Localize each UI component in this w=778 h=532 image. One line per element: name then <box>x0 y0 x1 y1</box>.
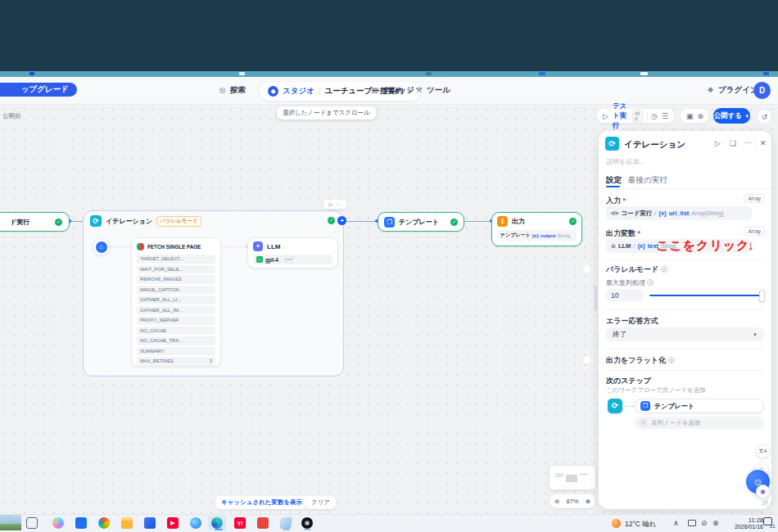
env-variables-icon[interactable]: ▣ <box>686 112 694 120</box>
chat-mode-badge: CHAT <box>281 256 296 263</box>
node-field: REMOVE_IMAGES <box>137 275 215 284</box>
nav-explore[interactable]: ◎ 探索 <box>218 82 246 98</box>
mute-icon[interactable]: ⊗ <box>712 519 719 527</box>
more-icon[interactable]: ⋯ <box>336 201 341 207</box>
node-field: MAX_RETRIES3 <box>137 357 215 366</box>
zoom-out-icon[interactable]: ⊖ <box>554 498 559 505</box>
checklist-icon[interactable]: ☰ <box>662 112 668 120</box>
scroll-to-node-tooltip: 選択したノードまでスクロール <box>277 106 376 119</box>
microsoft-store-icon[interactable] <box>75 517 87 529</box>
nav-tools[interactable]: ⚒ ツール <box>414 82 450 98</box>
yahoo-japan-icon[interactable]: Y! <box>234 517 246 529</box>
tab-settings[interactable]: 設定 <box>606 175 622 186</box>
variables-toolbar: ▣ ⊗ <box>680 108 709 124</box>
zoom-in-icon[interactable]: ⊕ <box>586 498 590 505</box>
panel-drag-handle[interactable] <box>595 286 597 311</box>
assistant-avatar-icon[interactable]: ◉ <box>756 485 770 498</box>
nav-studio[interactable]: スタジオ <box>283 86 314 97</box>
edge <box>464 221 492 222</box>
panel-resize-handle[interactable] <box>762 500 768 506</box>
type-badge: Array <box>744 227 765 236</box>
user-avatar[interactable]: D <box>753 82 771 99</box>
llm-node-icon: ⊛ <box>611 243 616 250</box>
description-placeholder[interactable]: 説明を追加... <box>606 157 645 166</box>
input-variable-selector[interactable]: </> コード実行 / {x} url_list Array[String] <box>606 206 752 220</box>
minimap[interactable] <box>550 466 595 489</box>
next-node-card[interactable]: ❐ テンプレート <box>635 399 764 413</box>
add-parallel-node-button[interactable]: + 並列ノードを追加 <box>635 417 764 429</box>
widgets-weather-thumbnail[interactable] <box>0 515 21 530</box>
youtube-icon[interactable]: ▶ <box>167 517 179 529</box>
iteration-header[interactable]: ⟳ イテレーション パラレルモード <box>90 215 201 227</box>
blue-app-icon[interactable] <box>144 517 156 529</box>
node-iteration-start[interactable]: ⌂ <box>93 238 110 255</box>
error-method-select[interactable]: 終了 ▼ <box>606 327 764 341</box>
success-icon: ✓ <box>55 219 62 226</box>
copilot-icon[interactable] <box>52 517 64 529</box>
node-fetch-single-page[interactable]: FETCH SINGLE PAGE TARGET_SELECT... WAIT_… <box>131 237 221 367</box>
conversation-variables-icon[interactable]: ⊗ <box>698 112 704 120</box>
iteration-hover-toolbar[interactable]: ▷ ⋯ <box>323 200 346 209</box>
file-explorer-icon[interactable] <box>121 517 133 529</box>
browser-swirl-icon[interactable] <box>190 517 201 529</box>
photos-icon[interactable] <box>98 517 110 529</box>
parallel-mode-badge: パラレルモード <box>156 216 201 227</box>
version-history-button[interactable]: ↺ <box>757 109 772 124</box>
tray-chevron-up-icon[interactable]: ∧ <box>673 519 679 527</box>
edge-icon[interactable] <box>211 517 223 529</box>
zoom-level[interactable]: 87% <box>566 498 578 505</box>
output-variable-row: テンプレート {x} output String <box>497 230 577 241</box>
close-icon[interactable]: ✕ <box>760 139 767 147</box>
home-icon: ⌂ <box>96 241 107 253</box>
success-icon: ✓ <box>328 217 335 224</box>
mail-folder-icon[interactable] <box>279 517 292 529</box>
play-icon[interactable]: ▷ <box>715 139 721 147</box>
zoom-control[interactable]: ⊖ 87% ⊕ <box>550 494 595 508</box>
play-icon[interactable]: ▷ <box>603 112 608 120</box>
template-icon: ❐ <box>640 401 650 411</box>
device-icon[interactable] <box>688 520 696 526</box>
model-selector[interactable]: ⬡ gpt-4 CHAT <box>253 255 332 264</box>
add-node-button[interactable]: + <box>337 216 346 225</box>
publish-status: 公開前 <box>2 112 21 120</box>
nav-knowledge[interactable]: ▤ ナレッジ <box>370 82 414 98</box>
max-parallel-slider[interactable] <box>649 295 762 296</box>
slider-handle[interactable] <box>759 290 765 302</box>
active-app-indicator <box>215 529 223 530</box>
node-output[interactable]: ↥ 出力 ✓ テンプレート {x} output String <box>491 212 582 246</box>
iteration-icon: ⟳ <box>605 137 619 151</box>
run-toolbar: ▷ テスト実行 alt R ◷ ☰ <box>596 108 675 124</box>
tab-last-run[interactable]: 最後の実行 <box>628 175 667 186</box>
split-view-icon[interactable]: ❏ <box>730 139 736 147</box>
nav-plugin[interactable]: ❖ プラグイン <box>706 82 758 98</box>
network-icon[interactable]: ⊘ <box>701 519 708 527</box>
tab-favicon <box>640 72 648 75</box>
weather-icon[interactable] <box>612 519 621 528</box>
publish-button[interactable]: 公開する ▼ <box>713 108 750 124</box>
next-step-description: このワークフローで次ノードを追加 <box>606 386 706 394</box>
openai-icon: ⬡ <box>256 256 263 263</box>
show-cached-variables-button[interactable]: キャッシュされた変数を表示 <box>215 496 308 509</box>
node-llm[interactable]: ✦ LLM ⬡ gpt-4 CHAT <box>247 237 338 268</box>
timer-icon[interactable]: ◷ <box>651 112 658 120</box>
test-run-button[interactable]: テスト実行 <box>613 101 628 131</box>
clear-button[interactable]: クリア <box>305 496 336 509</box>
node-code-execution[interactable]: ド実行 ✓ <box>0 212 70 232</box>
tab-favicon <box>539 72 545 75</box>
max-parallel-input[interactable]: 10 <box>606 289 644 301</box>
node-field: TARGET_SELECT... <box>137 255 215 264</box>
chatgpt-icon[interactable]: ❋ <box>301 517 313 529</box>
plugin-icon: ❖ <box>706 86 715 95</box>
more-icon[interactable]: ⋯ <box>744 138 752 147</box>
play-icon[interactable]: ▷ <box>329 201 333 207</box>
weather-text[interactable]: 12°C 晴れ <box>625 520 657 530</box>
ime-task-view-icon[interactable] <box>26 517 38 529</box>
upgrade-button[interactable]: ップグレード <box>0 83 77 97</box>
node-template[interactable]: ❐ テンプレート ✓ <box>378 212 464 232</box>
translate-icon[interactable]: 文A <box>757 445 769 458</box>
open-app-indicator <box>304 529 311 530</box>
info-icon: ? <box>661 266 667 273</box>
clock[interactable]: 11:28 2026/01/16 <box>735 516 763 531</box>
info-icon: ? <box>668 357 675 363</box>
red-app-icon[interactable] <box>257 517 269 529</box>
